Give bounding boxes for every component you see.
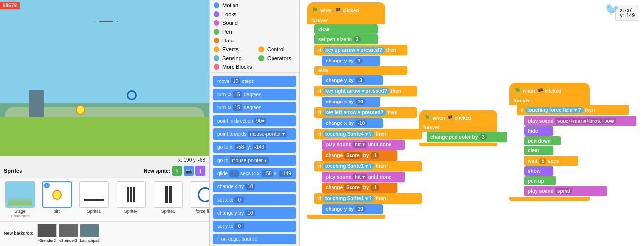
block-play-sound-mario[interactable]: play sound super+mario+bros.+pow <box>524 116 636 126</box>
cat-dot-more-blocks <box>214 64 219 70</box>
event-when-clicked-2[interactable]: ⚑ when 🏴 clicked <box>419 110 497 123</box>
stage-plane: ←——→ <box>93 17 120 25</box>
stage-ball <box>127 90 137 100</box>
block-change-pen-color[interactable]: change pen color by 3 <box>427 132 507 142</box>
block-if-touching-sprite1b[interactable]: if touching Sprite1 ▾ ? then <box>314 193 422 204</box>
block-if-touching-sprite4[interactable]: if touching Sprite4 ▾ ? then <box>314 129 422 139</box>
block-change-y-3[interactable]: change y by 3 <box>322 56 380 66</box>
sprite-label-stage: Stage <box>14 209 26 214</box>
cat-label-operators: Operators <box>267 55 291 61</box>
forever-body-2: change pen color by 3 <box>427 132 507 142</box>
cat-pen[interactable]: Pen <box>210 27 299 36</box>
cat-dot-control <box>258 46 264 52</box>
cat-motion[interactable]: Motion <box>210 1 299 10</box>
block-else[interactable]: else <box>314 66 407 75</box>
coord-x: x: -57 <box>620 7 635 13</box>
script-group-third: ⚑ when 🏴 clicked forever if touching for… <box>509 83 636 201</box>
cat-data[interactable]: Data <box>210 36 299 45</box>
block-play-sound-hit1[interactable]: play sound hit ▾ until done <box>322 140 405 150</box>
block-hide[interactable]: hide <box>524 126 553 136</box>
block-play-sound-hit2[interactable]: play sound hit ▾ until done <box>322 172 405 182</box>
block-change-x-10[interactable]: change x by 10 <box>322 97 380 107</box>
block-goto[interactable]: go to mouse-pointer ▾ <box>213 155 296 166</box>
backdrop-img-v3render2[interactable] <box>37 224 57 237</box>
stage-bird <box>76 105 85 115</box>
block-point-dir[interactable]: point in direction 90▾ <box>213 115 296 126</box>
block-change-x-neg10[interactable]: change x by -10 <box>322 118 383 128</box>
block-if-keyleft[interactable]: if key left arrow ▾ pressed? then <box>314 107 417 118</box>
block-change-y-10[interactable]: change y by 10 <box>322 204 383 214</box>
backdrop-row: New backdrop: v3render2 v3render3 Launch… <box>0 221 209 245</box>
cat-dot-events <box>214 46 219 52</box>
sprite-thumb-sprite4[interactable] <box>117 181 146 208</box>
cat-dot-sound <box>214 20 219 26</box>
backdrop-launchpad: Launchpad <box>80 224 99 243</box>
block-change-score-neg1[interactable]: change Score by -1 <box>322 150 397 161</box>
block-if-keyright[interactable]: if key right arrow ▾ pressed? then <box>314 86 417 96</box>
cat-label-sensing: Sensing <box>222 55 242 61</box>
if-body-keyup: change y by 3 <box>322 56 422 66</box>
cat-label-events: Events <box>222 46 239 52</box>
block-pen-down[interactable]: pen down <box>524 136 561 145</box>
sprite-thumb-sprite3[interactable] <box>154 181 183 208</box>
block-goto-xy[interactable]: go to x: -58 y: -149 <box>213 142 296 153</box>
backdrop-v3render2: v3render2 <box>37 224 57 243</box>
cat-sound[interactable]: Sound <box>210 19 299 27</box>
backdrop-img-v3render3[interactable] <box>59 224 78 237</box>
cat-sensing[interactable]: Sensing <box>210 54 254 62</box>
block-if-touching-sprite1a[interactable]: if touching Sprite1 ▾ ? then <box>314 161 422 171</box>
block-play-sound-spiral[interactable]: play sound spiral <box>524 186 607 196</box>
block-show[interactable]: show <box>524 166 553 176</box>
block-glide[interactable]: glide 1 secs to x: -58 y: -149 <box>213 168 296 179</box>
block-change-score-neg1b[interactable]: change Score by -1 <box>322 183 397 193</box>
cat-control[interactable]: Control <box>254 45 299 54</box>
block-if-keyup[interactable]: if key up arrow ▾ pressed? then <box>314 45 407 55</box>
block-set-y[interactable]: set y to 0 <box>213 221 296 232</box>
cat-more-blocks[interactable]: More Blocks <box>210 62 299 71</box>
block-turn-ccw[interactable]: turn ↺ 15 degrees <box>213 89 296 100</box>
cat-operators[interactable]: Operators <box>254 54 299 62</box>
event-when-clicked-3[interactable]: ⚑ when 🏴 clicked <box>509 83 590 97</box>
block-set-x[interactable]: set x to 0 <box>213 194 296 205</box>
block-clear[interactable]: clear <box>314 24 378 34</box>
sprite-info-icon-bird[interactable]: i <box>44 183 50 188</box>
cat-dot-pen <box>214 29 219 35</box>
if-body-keyleft: change x by -10 <box>322 118 422 128</box>
block-change-x[interactable]: change x by 10 <box>213 181 296 192</box>
block-bounce[interactable]: if on edge, bounce <box>213 234 296 244</box>
block-clear2[interactable]: clear <box>524 146 553 155</box>
cat-events[interactable]: Events <box>210 45 254 54</box>
cat-looks[interactable]: Looks <box>210 10 299 19</box>
coord-y: y: -149 <box>620 13 635 18</box>
cat-dot-sensing <box>214 55 219 61</box>
sprite-thumb-stage[interactable] <box>5 181 35 208</box>
event-when-clicked[interactable]: ⚑ when 🏴 clicked <box>307 2 385 16</box>
block-move[interactable]: move 10 steps <box>213 76 296 87</box>
sprite-item-stage: Stage 1 backdrop <box>3 181 37 218</box>
paint-sprite-btn[interactable]: ✎ <box>172 166 182 176</box>
block-pen-up[interactable]: pen up <box>524 176 556 185</box>
forever-body: clear set pen size to 3 if key up arrow … <box>314 24 422 214</box>
stage-ground <box>0 117 209 156</box>
sprite-thumb-sprite1[interactable] <box>79 181 109 208</box>
block-set-pen-size[interactable]: set pen size to 3 <box>314 34 378 44</box>
backdrop-img-launchpad[interactable] <box>80 224 99 237</box>
block-point-towards[interactable]: point towards mouse-pointer ▾ <box>213 128 296 140</box>
script-area: ⚑ when 🏴 clicked forever clear set pen s… <box>300 0 644 246</box>
stage-area: 98579 ←——→ x: 190 y: -68 Sprites New spr… <box>0 0 210 246</box>
block-change-y[interactable]: change y by 10 <box>213 207 296 219</box>
sprite-label-sprite4: Sprite4 <box>124 209 138 214</box>
sprites-panel: Sprites New sprite: ✎ 📷 ⬆ Stage 1 backdr… <box>0 164 209 246</box>
upload-sprite-btn[interactable]: ⬆ <box>195 166 205 176</box>
control-forever-2[interactable]: forever <box>419 123 497 132</box>
block-turn-cw[interactable]: turn ↻ 15 degrees <box>213 102 296 113</box>
control-forever[interactable]: forever <box>307 16 385 24</box>
block-wait-5[interactable]: wait 5 secs <box>524 156 578 166</box>
sprite-thumb-bird[interactable]: i <box>42 181 72 208</box>
control-forever-3[interactable]: forever <box>509 97 590 105</box>
sprites-label: Sprites <box>4 168 22 174</box>
camera-sprite-btn[interactable]: 📷 <box>184 166 194 176</box>
block-if-touching-forcefield[interactable]: if touching force field ▾ ? then <box>517 105 629 115</box>
block-change-y-neg3[interactable]: change y by -3 <box>322 75 383 85</box>
sprite-thumb-forcefield[interactable] <box>191 181 209 208</box>
